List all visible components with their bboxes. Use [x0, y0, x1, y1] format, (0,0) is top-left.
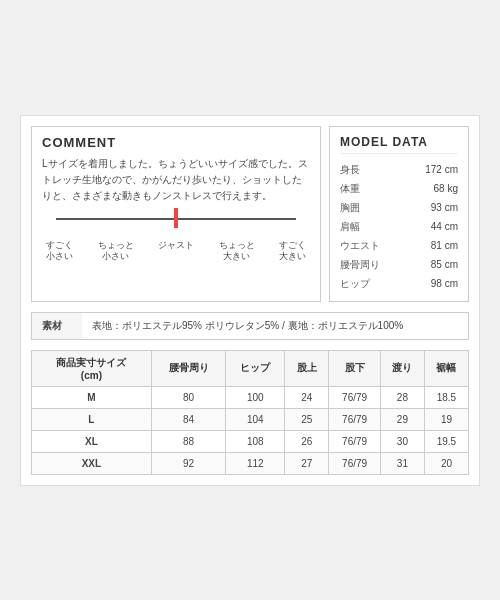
model-row-label: 胸囲 [340, 200, 360, 215]
model-row-value: 85 cm [431, 257, 458, 272]
size-cell: 112 [226, 452, 285, 474]
col-header-4: 股下 [329, 350, 381, 386]
table-row: XL881082676/793019.5 [32, 430, 469, 452]
model-row-label: 体重 [340, 181, 360, 196]
col-header-3: 股上 [285, 350, 329, 386]
size-cell: 108 [226, 430, 285, 452]
model-row-label: ウエスト [340, 238, 380, 253]
model-data-box: MODEL DATA 身長172 cm体重68 kg胸囲93 cm肩幅44 cm… [329, 126, 469, 302]
model-data-row: 腰骨周り85 cm [340, 255, 458, 274]
size-label: L [32, 408, 152, 430]
size-label: M [32, 386, 152, 408]
model-data-row: 肩幅44 cm [340, 217, 458, 236]
size-cell: 24 [285, 386, 329, 408]
size-table-header-main: 商品実寸サイズ(cm) [32, 350, 152, 386]
size-cell: 92 [151, 452, 225, 474]
main-card: COMMENT Lサイズを着用しました。ちょうどいいサイズ感でした。ストレッチ生… [20, 115, 480, 486]
model-data-row: 胸囲93 cm [340, 198, 458, 217]
model-row-label: 腰骨周り [340, 257, 380, 272]
size-cell: 27 [285, 452, 329, 474]
model-data-row: ヒップ98 cm [340, 274, 458, 293]
size-cell: 31 [380, 452, 424, 474]
slider-line [56, 218, 296, 220]
size-table: 商品実寸サイズ(cm) 腰骨周り ヒップ 股上 股下 渡り 裾幅 M801002… [31, 350, 469, 475]
model-data-row: 体重68 kg [340, 179, 458, 198]
size-label: XL [32, 430, 152, 452]
material-label: 素材 [32, 313, 82, 339]
material-value: 表地：ポリエステル95% ポリウレタン5% / 裏地：ポリエステル100% [82, 313, 413, 339]
slider-marker [174, 208, 178, 228]
col-header-6: 裾幅 [424, 350, 468, 386]
slider-label-5: すごく大きい [279, 240, 306, 263]
size-cell: 84 [151, 408, 225, 430]
size-cell: 76/79 [329, 452, 381, 474]
model-data-row: 身長172 cm [340, 160, 458, 179]
size-cell: 25 [285, 408, 329, 430]
model-row-value: 98 cm [431, 276, 458, 291]
table-row: L841042576/792919 [32, 408, 469, 430]
size-cell: 19.5 [424, 430, 468, 452]
model-data-row: ウエスト81 cm [340, 236, 458, 255]
col-header-2: ヒップ [226, 350, 285, 386]
model-row-value: 172 cm [425, 162, 458, 177]
size-cell: 104 [226, 408, 285, 430]
size-cell: 80 [151, 386, 225, 408]
slider-label-1: すごく小さい [46, 240, 73, 263]
model-row-value: 68 kg [434, 181, 458, 196]
slider-label-3: ジャスト [158, 240, 194, 263]
size-cell: 100 [226, 386, 285, 408]
size-cell: 29 [380, 408, 424, 430]
size-cell: 19 [424, 408, 468, 430]
size-cell: 20 [424, 452, 468, 474]
model-row-label: 肩幅 [340, 219, 360, 234]
slider-label-2: ちょっと小さい [98, 240, 134, 263]
size-cell: 76/79 [329, 386, 381, 408]
model-row-value: 93 cm [431, 200, 458, 215]
size-label: XXL [32, 452, 152, 474]
table-row: XXL921122776/793120 [32, 452, 469, 474]
comment-title: COMMENT [42, 135, 310, 150]
model-row-label: 身長 [340, 162, 360, 177]
size-cell: 30 [380, 430, 424, 452]
size-table-body: M801002476/792818.5L841042576/792919XL88… [32, 386, 469, 474]
material-row: 素材 表地：ポリエステル95% ポリウレタン5% / 裏地：ポリエステル100% [31, 312, 469, 340]
model-row-value: 44 cm [431, 219, 458, 234]
model-data-rows: 身長172 cm体重68 kg胸囲93 cm肩幅44 cmウエスト81 cm腰骨… [340, 160, 458, 293]
slider-labels: すごく小さい ちょっと小さい ジャスト ちょっと大きい すごく大きい [46, 240, 306, 263]
size-cell: 26 [285, 430, 329, 452]
col-header-5: 渡り [380, 350, 424, 386]
slider-label-4: ちょっと大きい [219, 240, 255, 263]
size-slider: すごく小さい ちょっと小さい ジャスト ちょっと大きい すごく大きい [42, 214, 310, 263]
model-data-title: MODEL DATA [340, 135, 458, 154]
size-cell: 88 [151, 430, 225, 452]
comment-text: Lサイズを着用しました。ちょうどいいサイズ感でした。ストレッチ生地なので、かがん… [42, 156, 310, 204]
size-cell: 76/79 [329, 408, 381, 430]
size-cell: 76/79 [329, 430, 381, 452]
model-row-label: ヒップ [340, 276, 370, 291]
size-cell: 18.5 [424, 386, 468, 408]
comment-box: COMMENT Lサイズを着用しました。ちょうどいいサイズ感でした。ストレッチ生… [31, 126, 321, 302]
model-row-value: 81 cm [431, 238, 458, 253]
size-cell: 28 [380, 386, 424, 408]
col-header-1: 腰骨周り [151, 350, 225, 386]
table-row: M801002476/792818.5 [32, 386, 469, 408]
top-section: COMMENT Lサイズを着用しました。ちょうどいいサイズ感でした。ストレッチ生… [31, 126, 469, 302]
